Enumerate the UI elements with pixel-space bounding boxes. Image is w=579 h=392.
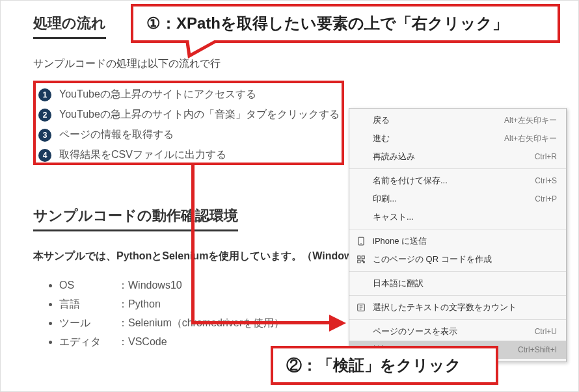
context-menu-item[interactable]: 名前を付けて保存...Ctrl+S [349, 172, 566, 190]
step-text: YouTubeの急上昇のサイト内の「音楽」タブをクリックする [59, 108, 340, 122]
annotation-arrow [191, 165, 195, 324]
context-menu-item[interactable]: 選択したテキストの文字数をカウント [349, 298, 566, 317]
svg-rect-4 [358, 260, 360, 263]
menu-shortcut: Alt+右矢印キー [504, 133, 557, 144]
menu-item-label: 進む [373, 133, 390, 144]
context-menu-item[interactable]: このページの QR コードを作成 [349, 250, 566, 268]
menu-shortcut: Ctrl+R [535, 152, 557, 161]
svg-rect-6 [364, 262, 365, 263]
env-value: ：Python [118, 298, 161, 309]
context-menu[interactable]: 戻るAlt+左矢印キー進むAlt+右矢印キー再読み込みCtrl+R名前を付けて保… [349, 108, 567, 362]
menu-item-label: 名前を付けて保存... [373, 175, 448, 187]
menu-shortcut: Ctrl+Shift+I [518, 345, 557, 354]
menu-shortcut: Ctrl+S [535, 176, 557, 185]
svg-rect-2 [358, 256, 360, 259]
env-label: エディタ [59, 335, 118, 349]
ext-icon [356, 302, 366, 313]
menu-item-label: 印刷... [373, 193, 397, 205]
menu-item-label: 選択したテキストの文字数をカウント [373, 302, 517, 313]
env-label: ツール [59, 317, 118, 330]
context-menu-item[interactable]: ページのソースを表示Ctrl+U [349, 322, 566, 341]
callout-step-1: ①：XPathを取得したい要素の上で「右クリック」 [131, 4, 560, 43]
svg-rect-5 [362, 260, 363, 261]
context-menu-item[interactable]: 進むAlt+右矢印キー [349, 129, 566, 148]
step-text: YouTubeの急上昇のサイトにアクセスする [59, 88, 256, 101]
qr-icon [356, 254, 366, 265]
context-menu-item[interactable]: 印刷...Ctrl+P [349, 190, 566, 208]
step-text: ページの情報を取得する [59, 128, 174, 142]
annotation-arrow [191, 321, 331, 324]
context-menu-item[interactable]: 再読み込みCtrl+R [349, 148, 566, 166]
context-menu-item[interactable]: 戻るAlt+左矢印キー [349, 111, 566, 129]
menu-item-label: キャスト... [373, 211, 414, 223]
device-icon [356, 236, 366, 246]
number-badge: 3 [38, 129, 51, 142]
menu-item-label: このページの QR コードを作成 [373, 254, 492, 265]
menu-item-label: iPhone に送信 [373, 235, 427, 247]
number-badge: 4 [38, 149, 51, 162]
section-heading-flow: 処理の流れ [33, 14, 106, 39]
menu-item-label: 再読み込み [373, 151, 415, 163]
context-menu-item[interactable]: キャスト... [349, 208, 566, 226]
menu-shortcut: Alt+左矢印キー [504, 115, 557, 126]
annotation-arrow-head [329, 315, 346, 332]
menu-item-label: 戻る [373, 114, 390, 126]
svg-rect-3 [362, 256, 364, 259]
env-value: ：Windows10 [118, 280, 182, 291]
step-text: 取得結果をCSVファイルに出力する [59, 148, 226, 162]
context-menu-item[interactable]: iPhone に送信 [349, 232, 566, 250]
menu-item-label: ページのソースを表示 [373, 326, 457, 337]
menu-item-label: 日本語に翻訳 [373, 278, 424, 289]
env-label: 言語 [59, 298, 118, 311]
menu-shortcut: Ctrl+U [535, 327, 557, 336]
callout-step-2: ②：「検証」をクリック [271, 346, 498, 385]
list-item: 1YouTubeの急上昇のサイトにアクセスする [38, 88, 538, 101]
context-menu-item[interactable]: 日本語に翻訳 [349, 274, 566, 293]
number-badge: 2 [38, 109, 51, 122]
intro-text: サンプルコードの処理は以下の流れで行 [33, 57, 546, 71]
env-label: OS [59, 280, 118, 291]
env-value: ：VSCode [118, 336, 167, 347]
number-badge: 1 [38, 88, 51, 101]
section-heading-env: サンプルコードの動作確認環境 [33, 206, 238, 231]
menu-shortcut: Ctrl+P [535, 194, 557, 203]
svg-rect-0 [358, 237, 364, 245]
